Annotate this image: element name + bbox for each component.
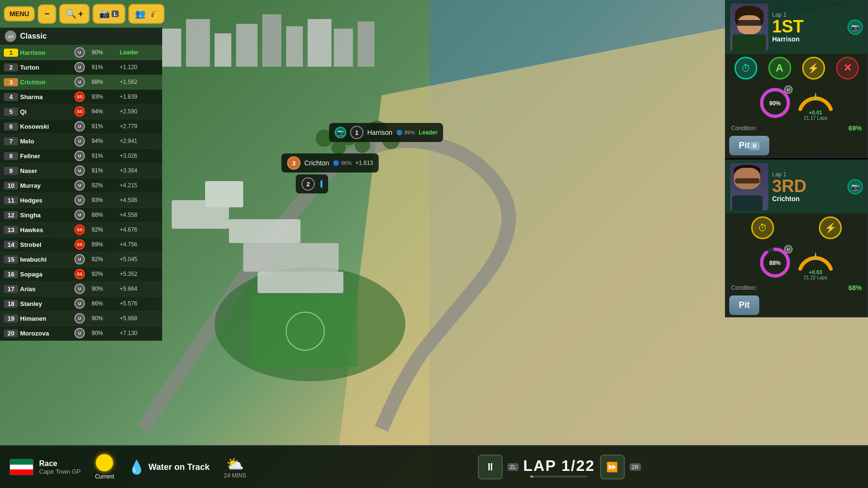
standing-gap: Leader [120, 49, 158, 56]
standing-row: 1 Harrison U 90% Leader [0, 45, 162, 60]
standing-pos: 17 [4, 285, 18, 293]
standing-gap: +4.676 [120, 226, 158, 233]
harrison-card: Lap 1 1ST Harrison 📷 ⏱ A ⚡ ✕ [725, 0, 868, 158]
svg-rect-9 [262, 14, 281, 67]
map-label-crichton: 3 Crichton 🔵 86% +1.613 [281, 153, 379, 173]
standing-tyre: U [74, 47, 85, 58]
standing-pos: 18 [4, 300, 18, 308]
standing-gap: +4.756 [120, 241, 158, 248]
harrison-x-button[interactable]: ✕ [836, 57, 859, 80]
svg-rect-11 [308, 19, 331, 67]
camera-switch-button[interactable]: 📷 L [93, 4, 125, 24]
crichton-pit-label: Pit [739, 300, 750, 310]
standing-gap: +4.506 [120, 197, 158, 203]
map-label-harrison: 📷 1 Harrison 🔵 89% Leader [329, 123, 443, 142]
crichton-arc-laps: 21.22 Laps [804, 275, 827, 280]
standing-pct: 91% [92, 64, 118, 71]
minus-button[interactable]: − [38, 4, 56, 24]
standing-pct: 90% [92, 315, 118, 322]
standing-tyre: U [74, 254, 85, 264]
race-type: Race [39, 459, 81, 468]
standing-name: Stanley [20, 300, 72, 307]
harrison-timer-button[interactable]: ⏱ [734, 57, 757, 80]
standing-gap: +4.558 [120, 212, 158, 218]
standing-pos: 15 [4, 255, 18, 264]
weather-forecast: ⛅ 24 MINS [224, 456, 247, 479]
crichton-timer-button[interactable]: ⏱ [751, 216, 774, 239]
crichton-boost-button[interactable]: ⚡ [819, 216, 842, 239]
standing-pos: 5 [4, 108, 18, 116]
crichton-condition-pct: 68% [848, 284, 862, 292]
crichton-map-gap: +1.613 [355, 160, 373, 166]
standing-name: Iwabuchi [20, 256, 72, 263]
standing-pos: 10 [4, 182, 18, 190]
crichton-body [732, 195, 763, 211]
harrison-boost-button[interactable]: ⚡ [802, 57, 825, 80]
svg-marker-27 [814, 92, 817, 99]
standing-row: 19 Himanen U 90% +5.968 [0, 311, 162, 326]
standing-gap: +2.779 [120, 123, 158, 130]
right-panel: Lap 1 1ST Harrison 📷 ⏱ A ⚡ ✕ [725, 0, 868, 317]
standing-pct: 91% [92, 167, 118, 174]
standing-row: 4 Sharma SS 93% +1.839 [0, 90, 162, 104]
standing-name: Morozova [20, 330, 72, 337]
standing-row: 16 Sopaga SS 92% +5.352 [0, 267, 162, 282]
standing-name: Turton [20, 64, 72, 71]
standing-row: 15 Iwabuchi U 92% +5.045 [0, 252, 162, 267]
crichton-camera-button[interactable]: 📷 [847, 179, 863, 194]
standing-pos: 14 [4, 241, 18, 249]
search-zoom-button[interactable]: 🔍 + [59, 4, 90, 24]
water-drop-icon: 💧 [128, 459, 144, 475]
weather-warning: 💧 Water on Track [128, 459, 209, 475]
standing-gap: +2.941 [120, 138, 158, 144]
standing-tyre: U [74, 62, 85, 72]
standing-gap: +5.045 [120, 256, 158, 263]
standing-pct: 86% [92, 300, 118, 307]
sun-icon [96, 454, 113, 471]
harrison-a-button[interactable]: A [768, 57, 791, 80]
standing-row: 8 Fellner U 91% +3.026 [0, 149, 162, 163]
standing-gap: +4.215 [120, 182, 158, 189]
svg-rect-6 [186, 19, 210, 67]
fast-forward-icon: ⏩ [606, 461, 618, 473]
standing-name: Qi [20, 108, 72, 115]
water-warning-text: Water on Track [148, 462, 209, 472]
svg-rect-15 [205, 181, 243, 207]
camera-icon: 📷 [851, 23, 859, 31]
harrison-map-gap: Leader [419, 129, 437, 136]
standing-pos: 8 [4, 152, 18, 160]
fast-forward-button[interactable]: ⏩ [600, 455, 625, 479]
harrison-camera-button[interactable]: 📷 [847, 20, 863, 35]
standing-row: 14 Strobel SS 89% +4.756 [0, 237, 162, 252]
standing-tyre: U [74, 195, 85, 205]
menu-button[interactable]: MENU [4, 6, 35, 21]
standing-name: Kosowski [20, 123, 72, 130]
harrison-arc-gauge [796, 85, 835, 112]
camera-icon: 📷 [99, 9, 110, 19]
harrison-controls: ⏱ A ⚡ ✕ [725, 54, 868, 82]
harrison-pit-button[interactable]: Pit B [729, 136, 769, 155]
svg-marker-30 [814, 252, 817, 258]
standing-pct: 94% [92, 138, 118, 144]
standing-pct: 93% [92, 197, 118, 203]
pause-icon: ⏸ [485, 461, 496, 473]
harrison-condition-pct: 69% [848, 124, 862, 132]
harrison-info: Lap 1 1ST Harrison [772, 11, 844, 43]
standing-name: Hedges [20, 197, 72, 204]
svg-rect-12 [334, 29, 353, 67]
south-africa-flag [10, 459, 33, 475]
harrison-body [733, 34, 766, 51]
search-icon: 🔍 [66, 9, 76, 19]
weather-current-label: Current [95, 473, 114, 480]
category-label: Classic [20, 32, 47, 41]
standing-gap: +5.576 [120, 300, 158, 307]
standing-name: Naser [20, 167, 72, 174]
crichton-pit-button[interactable]: Pit [729, 295, 759, 315]
pause-button[interactable]: ⏸ [478, 455, 503, 479]
crichton-tyre-pct: 88% [769, 260, 781, 266]
group-button[interactable]: 👥 💰 [128, 4, 165, 24]
standing-pct: 88% [92, 212, 118, 218]
svg-rect-8 [236, 24, 258, 67]
crichton-arc-gauge [796, 245, 835, 271]
standing-tyre: SS [74, 106, 85, 117]
